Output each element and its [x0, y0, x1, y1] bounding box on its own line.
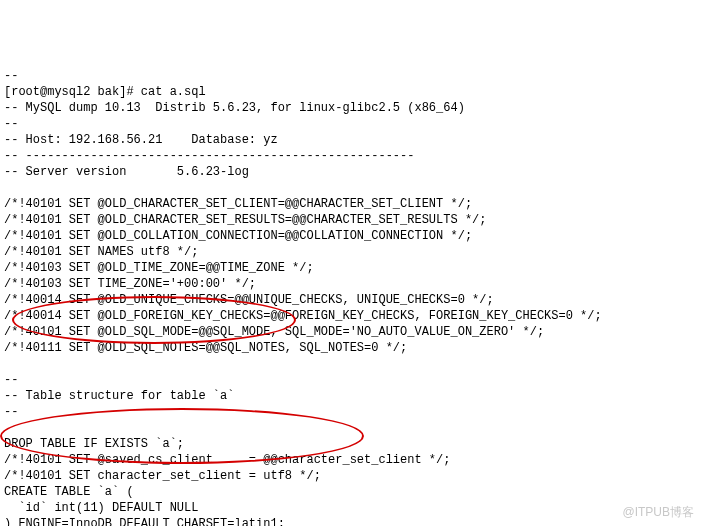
terminal-output: -- [root@mysql2 bak]# cat a.sql -- MySQL…: [4, 68, 698, 526]
watermark-text: @ITPUB博客: [622, 504, 694, 520]
